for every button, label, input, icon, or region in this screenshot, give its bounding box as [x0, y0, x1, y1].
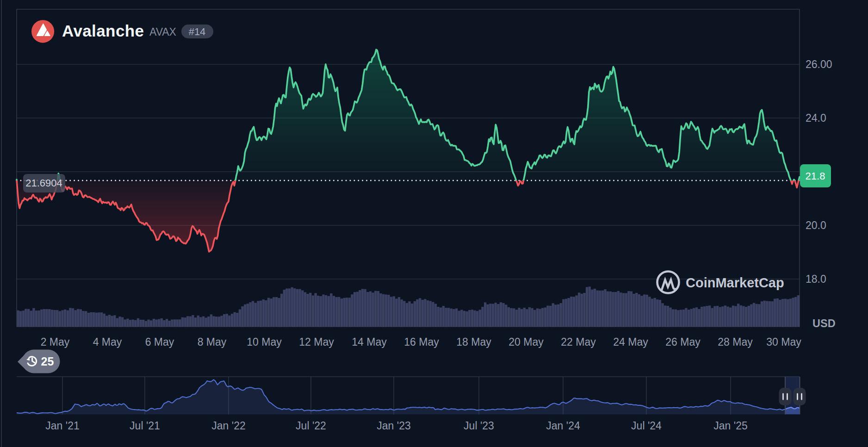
svg-text:18 May: 18 May: [456, 336, 491, 348]
svg-text:24.0: 24.0: [806, 112, 826, 124]
svg-text:Jan '25: Jan '25: [713, 420, 747, 432]
svg-text:6 May: 6 May: [145, 336, 174, 348]
svg-text:20.0: 20.0: [806, 219, 826, 231]
svg-text:26.00: 26.00: [806, 58, 832, 70]
svg-text:Jan '23: Jan '23: [377, 420, 410, 432]
svg-text:21.6904: 21.6904: [25, 177, 62, 189]
svg-text:21.8: 21.8: [806, 170, 825, 182]
svg-text:14 May: 14 May: [352, 336, 387, 348]
svg-text:18.0: 18.0: [806, 273, 826, 285]
svg-text:Jan '21: Jan '21: [45, 420, 79, 432]
svg-text:4 May: 4 May: [93, 336, 122, 348]
svg-text:30 May: 30 May: [766, 336, 801, 348]
svg-text:28 May: 28 May: [718, 336, 753, 348]
svg-text:#14: #14: [189, 26, 206, 37]
svg-text:26 May: 26 May: [665, 336, 701, 348]
svg-text:Jul '23: Jul '23: [464, 420, 494, 432]
svg-text:USD: USD: [812, 317, 836, 329]
svg-text:2 May: 2 May: [41, 336, 70, 348]
svg-text:8 May: 8 May: [198, 336, 227, 348]
svg-text:AVAX: AVAX: [149, 26, 176, 38]
svg-text:25: 25: [41, 355, 54, 368]
svg-text:20 May: 20 May: [508, 336, 544, 348]
svg-text:Jan '24: Jan '24: [546, 420, 580, 432]
svg-text:Jan '22: Jan '22: [211, 420, 245, 432]
svg-text:12 May: 12 May: [299, 336, 334, 348]
svg-text:16 May: 16 May: [404, 336, 439, 348]
svg-text:24 May: 24 May: [613, 336, 648, 348]
svg-text:CoinMarketCap: CoinMarketCap: [686, 275, 784, 290]
svg-text:Jul '24: Jul '24: [631, 420, 662, 432]
svg-text:10 May: 10 May: [247, 336, 282, 348]
svg-text:Avalanche: Avalanche: [62, 22, 144, 40]
svg-text:22 May: 22 May: [561, 336, 596, 348]
svg-text:Jul '21: Jul '21: [130, 420, 160, 432]
svg-text:Jul '22: Jul '22: [296, 420, 326, 432]
